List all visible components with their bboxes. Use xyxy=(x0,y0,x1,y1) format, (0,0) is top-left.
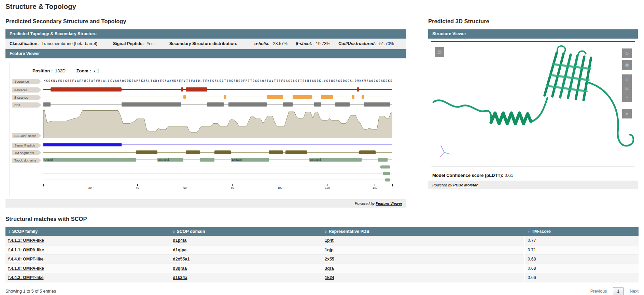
tm-segments-track-label: TM segments xyxy=(12,150,41,155)
coil-bar[interactable] xyxy=(283,102,293,107)
feature-viewer-plot[interactable]: Position : 132D Zoom : x 1 Sequence MSQK… xyxy=(10,62,402,196)
column-header-tm-score[interactable]: ▼TM-score xyxy=(524,227,639,236)
representative-pdb-link[interactable]: 1qjp xyxy=(325,248,334,252)
extra-feature-bar[interactable] xyxy=(380,165,390,168)
strand-bar[interactable] xyxy=(352,95,354,99)
axis-tick xyxy=(392,184,393,186)
topology-domain-label: Extracel. xyxy=(309,158,362,162)
topology-domain-bar[interactable]: Extracel. xyxy=(157,158,183,162)
extra-feature-plot[interactable] xyxy=(43,171,392,176)
topology-domain-label: Extracel. xyxy=(231,158,269,162)
tm-segment-bar[interactable] xyxy=(136,151,157,154)
helix-bar[interactable] xyxy=(357,87,359,92)
previous-page-button[interactable]: Previous xyxy=(590,289,607,294)
representative-pdb-link[interactable]: 2x55 xyxy=(325,257,334,262)
coil-track-plot[interactable] xyxy=(43,102,392,107)
axis-tick-label: 140 xyxy=(373,186,377,189)
strand-bar[interactable] xyxy=(293,95,312,99)
helices-track-plot[interactable] xyxy=(43,87,392,92)
viewer-toolbar: ↻ ◉ ⚙ ⊞ ≡ ➤ xyxy=(622,48,632,118)
scop-domain-link[interactable]: d1p4ta xyxy=(173,238,186,243)
scop-family-link[interactable]: f.4.1.1: OMPA-like xyxy=(8,238,44,243)
expand-viewport-icon: ⊞ xyxy=(625,86,629,91)
screenshot-button[interactable]: ◉ xyxy=(622,60,632,70)
column-header-scop-domain[interactable]: ▲▼SCOP domain xyxy=(170,227,322,236)
representative-pdb-link[interactable]: 3qra xyxy=(325,266,334,271)
scop-domain-link[interactable]: d1qjpa xyxy=(173,248,186,252)
scop-domain-link[interactable]: d1k24a xyxy=(173,275,187,280)
scop-family-link[interactable]: f.4.4.0: OMPT-like xyxy=(8,257,44,262)
tm-segment-bar[interactable] xyxy=(186,151,200,154)
page-number-button[interactable]: 1 xyxy=(613,287,624,295)
settings-button[interactable]: ⚙ xyxy=(622,77,632,82)
expand-viewport-button[interactable]: ⊞ xyxy=(622,86,632,91)
sort-icon: ▲▼ xyxy=(325,230,327,233)
molstar-canvas[interactable]: ▤ ↻ ◉ ⚙ ⊞ ≡ xyxy=(431,41,635,167)
topology-domain-bar[interactable] xyxy=(200,158,214,162)
model-confidence-value: 0.61 xyxy=(505,173,513,178)
extra-feature-plot[interactable] xyxy=(43,164,392,169)
helix-bar[interactable] xyxy=(51,87,122,92)
coil-bar[interactable] xyxy=(207,102,224,107)
classification-value: Transmembrane (beta-barrel) xyxy=(41,41,97,46)
representative-pdb-link[interactable]: 1p4t xyxy=(325,238,334,243)
feature-viewer-link[interactable]: Feature Viewer xyxy=(376,201,402,206)
selection-mode-button[interactable]: ➤ xyxy=(622,109,632,118)
pdbe-molstar-link[interactable]: PDBe Molstar xyxy=(453,183,478,187)
viewer-menu-button[interactable]: ▤ xyxy=(435,47,444,57)
tm-segment-bar[interactable] xyxy=(269,151,283,154)
representative-pdb-link[interactable]: 1k24 xyxy=(325,275,334,280)
scop-domain-link[interactable]: d2x55a1 xyxy=(173,257,190,262)
coil-bar[interactable] xyxy=(314,102,321,107)
powered-by-text: Powered by xyxy=(432,183,452,187)
powered-by-text: Powered by xyxy=(355,201,375,206)
tm-segment-bar[interactable] xyxy=(285,151,307,154)
scop-family-link[interactable]: f.4.1.0: OMPA-like xyxy=(8,266,44,271)
topology-domain-bar[interactable]: Extracel. xyxy=(231,158,269,162)
next-page-button[interactable]: Next xyxy=(630,289,639,294)
signal-peptide-bar[interactable] xyxy=(43,143,122,146)
extra-feature-plot[interactable] xyxy=(43,177,392,182)
structure-viewer-body: ▤ ↻ ◉ ⚙ ⊞ ≡ xyxy=(428,39,638,170)
conf-area-chart[interactable] xyxy=(43,110,392,138)
strand-bar[interactable] xyxy=(183,95,186,99)
signal-peptide-track: Signal Peptide xyxy=(12,142,392,148)
orientation-axes-icon xyxy=(439,144,452,159)
coil-bar[interactable] xyxy=(122,102,181,107)
topol-domains-track-plot[interactable]: Cytopl.Extracel.Extracel.Extracel. xyxy=(43,157,392,163)
feature-viewer-footer: Powered by Feature Viewer xyxy=(5,199,406,208)
topology-domain-bar[interactable]: Extracel. xyxy=(309,158,362,162)
extra-feature-bar[interactable] xyxy=(385,178,390,181)
strand-bar[interactable] xyxy=(321,95,333,99)
tm-segments-track-plot[interactable] xyxy=(43,150,392,155)
scop-family-link[interactable]: f.4.4.2: OMPT-like xyxy=(8,275,44,280)
coil-bar[interactable] xyxy=(335,102,350,107)
extra-feature-bar[interactable] xyxy=(383,172,390,175)
molstar-footer: Powered by PDBe Molstar xyxy=(428,181,638,189)
conf-track-label: SS Conf. score xyxy=(12,133,41,138)
scop-family-link[interactable]: f.4.1.1: OMPA-like xyxy=(8,248,44,252)
signal-peptide-track-plot[interactable] xyxy=(43,142,392,148)
tm-segment-bar[interactable] xyxy=(359,151,376,154)
coil-bar[interactable] xyxy=(364,102,390,107)
axis-tick xyxy=(43,184,44,186)
helix-bar[interactable] xyxy=(181,87,183,92)
reset-camera-button[interactable]: ↻ xyxy=(622,48,632,58)
strand-bar[interactable] xyxy=(267,95,283,99)
strand-bar[interactable] xyxy=(362,95,364,99)
coil-bar[interactable] xyxy=(228,102,266,107)
coil-stat: Coil/Unstructured:51.70% xyxy=(338,41,394,46)
topology-domain-bar[interactable] xyxy=(378,158,388,162)
scop-domain-link[interactable]: d3qraa xyxy=(173,266,187,271)
strand-bar[interactable] xyxy=(224,95,226,99)
table-row: f.4.4.2: OMPT-liked1k24a1k240.66 xyxy=(5,273,639,282)
column-header-scop-family[interactable]: ▲▼SCOP family xyxy=(5,227,170,236)
column-header-representative-pdb[interactable]: ▲▼Representative PDB xyxy=(322,227,524,236)
controls-panel-button[interactable]: ≡ xyxy=(622,94,632,99)
helix-bar[interactable] xyxy=(186,87,207,92)
topology-domain-label: Extracel. xyxy=(157,158,183,162)
topology-domain-bar[interactable]: Cytopl. xyxy=(43,158,136,162)
strands-track-plot[interactable] xyxy=(43,95,392,100)
coil-bar[interactable] xyxy=(43,102,51,107)
tm-segment-bar[interactable] xyxy=(214,151,231,154)
